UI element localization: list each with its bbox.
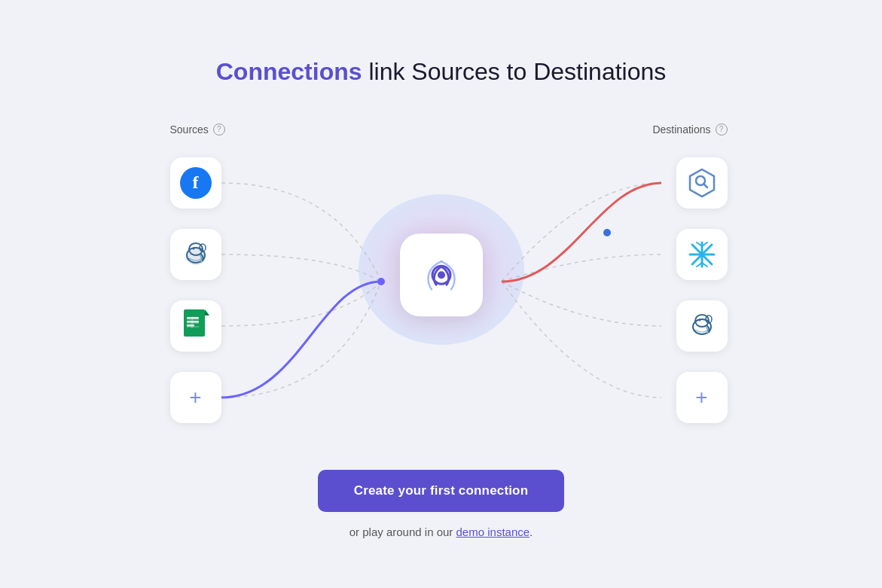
sources-label: Sources ? (170, 123, 225, 136)
page-container: Connections link Sources to Destinations… (0, 28, 882, 561)
destination-snowflake-card[interactable] (676, 229, 728, 280)
svg-point-1 (603, 229, 611, 236)
snowflake-icon (687, 239, 717, 270)
sheets-icon (182, 309, 209, 343)
destination-search-card[interactable] (676, 157, 728, 209)
footer-text: or play around in our demo instance. (349, 526, 533, 538)
svg-rect-9 (187, 317, 199, 319)
page-title: Connections link Sources to Destinations (216, 58, 667, 86)
search-dest-icon (686, 167, 718, 199)
source-facebook-card[interactable]: f (170, 157, 221, 209)
source-add-card[interactable]: + (170, 372, 221, 423)
destination-add-icon: + (695, 387, 707, 408)
svg-marker-18 (690, 169, 714, 197)
sources-help-icon[interactable]: ? (213, 123, 225, 136)
demo-instance-link[interactable]: demo instance (456, 526, 530, 538)
diagram-area: Sources ? Destinations ? (148, 123, 735, 440)
postgres-dst-icon (686, 310, 718, 342)
destinations-help-icon[interactable]: ? (716, 123, 728, 136)
postgres-src-icon (180, 239, 212, 270)
destination-add-card[interactable]: + (676, 372, 728, 423)
svg-marker-8 (205, 309, 209, 315)
svg-point-29 (699, 251, 704, 257)
source-add-icon: + (189, 387, 201, 408)
create-connection-button[interactable]: Create your first connection (318, 470, 564, 512)
svg-rect-10 (187, 321, 199, 323)
svg-point-17 (438, 271, 445, 279)
hub-card (400, 233, 483, 316)
svg-point-33 (698, 318, 700, 321)
source-postgres-card[interactable] (170, 229, 221, 280)
destination-postgres-card[interactable] (676, 300, 728, 352)
hub-logo (417, 251, 465, 299)
destinations-label: Destinations ? (652, 123, 727, 136)
facebook-icon: f (180, 167, 212, 199)
svg-line-20 (703, 184, 707, 187)
svg-point-6 (192, 247, 194, 249)
svg-rect-11 (187, 324, 194, 327)
source-sheets-card[interactable] (170, 300, 221, 352)
title-highlight: Connections (216, 58, 362, 85)
title-rest: link Sources to Destinations (362, 58, 667, 85)
